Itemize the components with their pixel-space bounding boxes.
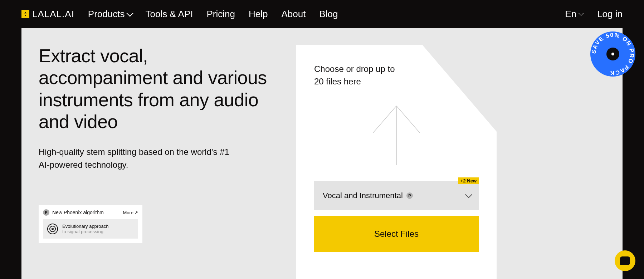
header-left: LALAL.AI Products Tools & API Pricing He… bbox=[21, 9, 338, 20]
svg-line-2 bbox=[396, 106, 420, 133]
phoenix-title: New Phoenix algorithm bbox=[52, 210, 104, 215]
header-right: En Log in bbox=[565, 9, 623, 20]
upload-arrow-icon bbox=[368, 102, 425, 168]
logo-text: LALAL.AI bbox=[32, 9, 74, 20]
nav-pricing[interactable]: Pricing bbox=[206, 9, 235, 20]
nav-tools[interactable]: Tools & API bbox=[145, 9, 193, 20]
logo-icon bbox=[21, 10, 29, 18]
phoenix-header: P New Phoenix algorithm More ↗ bbox=[43, 209, 138, 216]
chat-button[interactable] bbox=[615, 250, 635, 271]
svg-line-1 bbox=[373, 106, 396, 133]
spiral-icon bbox=[47, 224, 58, 234]
stem-select-label: Vocal and Instrumental bbox=[323, 191, 403, 200]
svg-text:SAVE 50% ON PRO PACK: SAVE 50% ON PRO PACK bbox=[591, 32, 635, 76]
promo-text: SAVE 50% ON PRO PACK bbox=[590, 31, 635, 77]
phoenix-body-line2: to signal processing bbox=[62, 229, 108, 234]
header: LALAL.AI Products Tools & API Pricing He… bbox=[0, 0, 644, 28]
phoenix-badge-icon: P bbox=[43, 209, 49, 216]
phoenix-body: Evolutionary approach to signal processi… bbox=[43, 219, 138, 239]
logo[interactable]: LALAL.AI bbox=[21, 9, 74, 20]
stem-select[interactable]: Vocal and Instrumental P bbox=[314, 181, 479, 210]
main-content: Extract vocal, accompaniment and various… bbox=[21, 28, 623, 279]
nav-about[interactable]: About bbox=[281, 9, 306, 20]
phoenix-indicator-icon: P bbox=[406, 192, 413, 199]
upload-title: Choose or drop up to 20 files here bbox=[314, 63, 396, 88]
phoenix-body-line1: Evolutionary approach bbox=[62, 224, 108, 229]
promo-badge[interactable]: SAVE 50% ON PRO PACK bbox=[590, 31, 635, 77]
login-link[interactable]: Log in bbox=[597, 9, 623, 20]
nav-products[interactable]: Products bbox=[88, 9, 132, 20]
nav-blog[interactable]: Blog bbox=[319, 9, 338, 20]
chevron-down-icon bbox=[465, 191, 472, 198]
nav: Products Tools & API Pricing Help About … bbox=[88, 9, 338, 20]
upload-panel[interactable]: Choose or drop up to 20 files here +2 Ne… bbox=[296, 45, 497, 279]
new-badge: +2 New bbox=[458, 177, 479, 184]
chevron-down-icon bbox=[579, 11, 584, 16]
chevron-down-icon bbox=[127, 10, 134, 17]
hero-subtitle: High-quality stem splitting based on the… bbox=[39, 146, 239, 171]
language-label: En bbox=[565, 9, 576, 20]
stem-select-wrap: +2 New Vocal and Instrumental P bbox=[314, 181, 479, 210]
chat-icon bbox=[620, 256, 630, 265]
nav-help[interactable]: Help bbox=[249, 9, 268, 20]
hero-headline: Extract vocal, accompaniment and various… bbox=[39, 45, 275, 133]
nav-products-label: Products bbox=[88, 9, 125, 20]
phoenix-card: P New Phoenix algorithm More ↗ Evolution… bbox=[39, 205, 142, 243]
language-selector[interactable]: En bbox=[565, 9, 582, 20]
arrow-up-right-icon: ↗ bbox=[134, 210, 138, 215]
phoenix-more-link[interactable]: More ↗ bbox=[123, 210, 138, 215]
hero-column: Extract vocal, accompaniment and various… bbox=[39, 45, 275, 279]
select-files-button[interactable]: Select Files bbox=[314, 216, 479, 252]
